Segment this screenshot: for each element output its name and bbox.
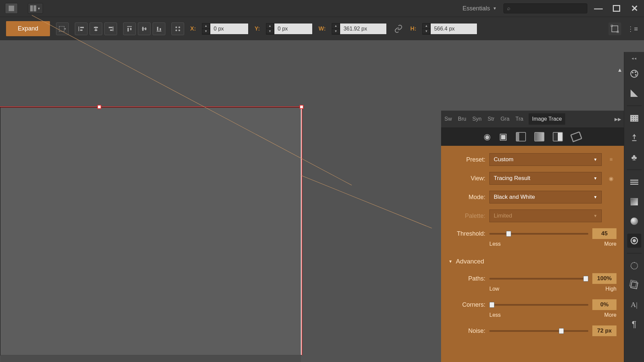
panel-expand-icon[interactable]: ▸▸ (614, 115, 621, 123)
threshold-value[interactable]: 45 (592, 228, 616, 239)
paths-value[interactable]: 100% (592, 273, 616, 284)
svg-point-0 (631, 70, 638, 77)
right-dock: ◂◂ ♣ A| ¶ (624, 52, 644, 362)
svg-point-1 (632, 72, 634, 73)
preset-options-icon[interactable]: ≡ (606, 154, 616, 165)
preset-dropdown[interactable]: Custom▼ (489, 153, 602, 166)
corners-slider[interactable] (489, 304, 588, 306)
gradient-panel-icon[interactable] (627, 195, 641, 209)
image-trace-panel-icon[interactable] (627, 234, 641, 248)
threshold-slider[interactable] (489, 233, 588, 235)
h-label: H: (410, 25, 416, 32)
link-dimensions-icon[interactable] (393, 23, 404, 35)
w-input[interactable]: ▲▼ (332, 23, 387, 35)
noise-label: Noise: (448, 327, 485, 335)
svg-point-3 (635, 74, 637, 76)
app-logo[interactable] (5, 3, 18, 14)
align-panel-icon[interactable]: A| (627, 298, 641, 312)
align-top-icon[interactable] (123, 22, 136, 35)
align-center-h-icon[interactable] (90, 22, 102, 35)
tab-stroke[interactable]: Str (487, 115, 495, 123)
graphic-styles-icon[interactable] (627, 278, 641, 292)
paths-label: Paths: (448, 275, 485, 282)
minimize-button[interactable]: — (594, 4, 603, 13)
tab-swatches[interactable]: Sw (444, 115, 452, 123)
corners-label: Corners: (448, 301, 485, 308)
traced-texture (0, 108, 301, 362)
outline-icon[interactable] (570, 131, 582, 142)
low-color-icon[interactable] (534, 132, 544, 141)
search-input[interactable]: ⌕ (503, 3, 587, 13)
mode-dropdown[interactable]: Black and White▼ (489, 191, 602, 203)
workspace-label: Essentials (463, 5, 490, 12)
auto-color-icon[interactable]: ◉ (484, 132, 491, 141)
panel-menu-icon[interactable]: ⋮≡ (627, 25, 638, 33)
w-label: W: (319, 25, 326, 32)
x-label: X: (190, 25, 196, 32)
color-panel-icon[interactable] (627, 67, 641, 81)
arrange-documents-button[interactable]: ▼ (28, 3, 43, 14)
view-eye-icon[interactable]: ◉ (606, 173, 616, 184)
threshold-label: Threshold: (448, 230, 485, 237)
y-field[interactable] (274, 23, 313, 35)
y-input[interactable]: ▲▼ (266, 23, 313, 35)
h-input[interactable]: ▲▼ (422, 23, 477, 35)
palette-label: Palette: (448, 213, 485, 220)
search-icon: ⌕ (507, 5, 511, 11)
trace-preset-icons: ◉ ▣ (441, 127, 624, 146)
tab-image-trace[interactable]: Image Trace (529, 113, 565, 125)
artboard[interactable] (0, 107, 302, 355)
palette-dropdown: Limited▼ (489, 209, 602, 222)
appearance-panel-icon[interactable] (627, 259, 641, 273)
image-trace-panel: Preset: Custom▼ ≡ View: Tracing Result▼ … (441, 146, 624, 362)
camera-icon[interactable]: ▣ (499, 131, 507, 142)
title-bar: ▼ Essentials▼ ⌕ — ✕ (0, 0, 644, 17)
noise-value[interactable]: 72 px (592, 325, 616, 336)
h-field[interactable] (430, 23, 477, 35)
selection-handle-top-right[interactable] (300, 105, 304, 109)
dock-collapse-icon[interactable]: ◂◂ (632, 56, 637, 61)
tab-brushes[interactable]: Bru (457, 115, 467, 123)
workspace-dropdown[interactable]: Essentials▼ (463, 5, 497, 12)
align-center-v-icon[interactable] (138, 22, 151, 35)
tab-gradient[interactable]: Gra (500, 115, 510, 123)
align-bottom-icon[interactable] (153, 22, 165, 35)
panel-tab-bar: Sw Bru Syn Str Gra Tra Image Trace ▸▸ (441, 111, 624, 127)
paragraph-panel-icon[interactable]: ¶ (627, 317, 641, 331)
align-right-icon[interactable] (104, 22, 117, 35)
noise-slider[interactable] (489, 330, 588, 332)
scroll-up-arrow[interactable]: ▲ (617, 67, 623, 73)
maximize-button[interactable] (613, 5, 620, 12)
mode-label: Mode: (448, 194, 485, 201)
canvas[interactable] (0, 40, 423, 362)
expand-button[interactable]: Expand (6, 21, 50, 36)
paths-slider[interactable] (489, 278, 588, 280)
symbols-panel-icon[interactable]: ♣ (627, 150, 641, 164)
advanced-toggle[interactable]: ▼Advanced (448, 258, 616, 265)
brushes-panel-icon[interactable] (627, 131, 641, 145)
svg-point-2 (635, 71, 636, 73)
x-input[interactable]: ▲▼ (202, 23, 249, 35)
control-bar: Expand ▾ X: ▲▼ Y: ▲▼ W: ▲▼ H: ▲▼ ⋮≡ (0, 17, 644, 40)
transparency-panel-icon[interactable] (627, 214, 641, 228)
tab-symbols[interactable]: Syn (472, 115, 482, 123)
corners-value[interactable]: 0% (592, 299, 616, 310)
selection-handle-top-mid[interactable] (97, 105, 101, 109)
close-button[interactable]: ✕ (630, 4, 639, 13)
color-guide-icon[interactable] (627, 86, 641, 100)
transform-icon[interactable] (608, 22, 621, 35)
guide-line-2 (301, 175, 432, 228)
x-field[interactable] (210, 23, 249, 35)
tab-transparency[interactable]: Tra (515, 115, 524, 123)
align-left-icon[interactable] (75, 22, 88, 35)
y-label: Y: (255, 25, 260, 32)
view-dropdown[interactable]: Tracing Result▼ (489, 172, 602, 185)
w-field[interactable] (340, 23, 387, 35)
stroke-panel-icon[interactable] (627, 175, 641, 189)
distribute-icon[interactable] (171, 22, 184, 35)
preset-label: Preset: (448, 156, 485, 163)
swatches-panel-icon[interactable] (627, 111, 641, 125)
view-label: View: (448, 175, 485, 182)
grayscale-icon[interactable] (553, 132, 563, 141)
high-color-icon[interactable] (516, 132, 526, 141)
